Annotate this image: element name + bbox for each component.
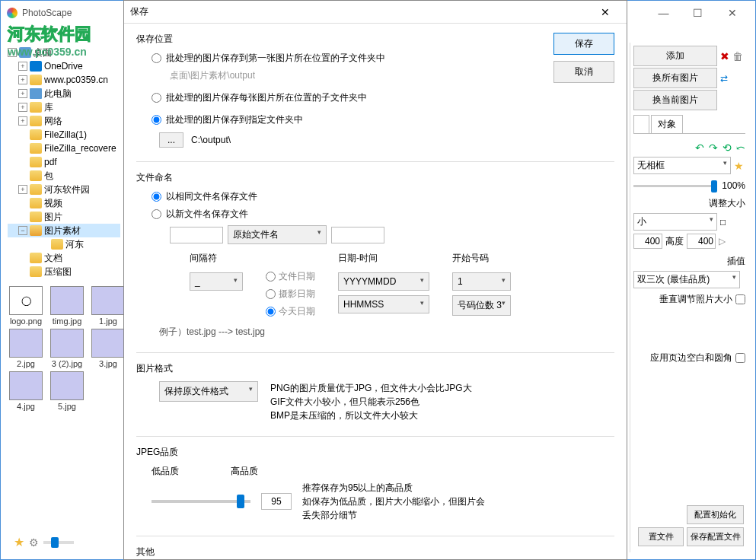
height-input[interactable] <box>687 234 716 249</box>
thumbnail[interactable]: 1.jpg <box>90 286 126 326</box>
jpeg-quality-slider[interactable] <box>152 500 250 503</box>
dialog-close-button[interactable]: ✕ <box>590 2 620 23</box>
refresh-icon[interactable]: ⟲ <box>723 142 732 154</box>
tree-item[interactable]: 此电脑 <box>44 88 72 100</box>
digits-select[interactable]: 号码位数 3▾ <box>452 295 511 316</box>
thumbnails: ◯logo.png timg.jpg 1.jpg 2.jpg 3 (2).jpg… <box>8 286 120 411</box>
naming-radio-new[interactable] <box>152 209 161 219</box>
margin-round-checkbox[interactable] <box>735 353 745 363</box>
tree-item[interactable]: 库 <box>44 101 53 114</box>
prefix-input[interactable] <box>170 227 223 243</box>
jpeg-group: JPEG品质 低品质 高品质 推荐保存为95以上的高品质 如保存为低品质，图片大… <box>136 446 614 522</box>
thumbnail[interactable]: 3 (2).jpg <box>49 329 85 368</box>
tree-item[interactable]: 包 <box>44 170 53 183</box>
gear-icon[interactable]: ⚙ <box>29 536 39 549</box>
naming-radio-same[interactable] <box>152 192 161 202</box>
thumbnail[interactable]: timg.jpg <box>49 286 85 326</box>
reset-icon[interactable]: ⤺ <box>736 142 745 154</box>
other-heading: 其他 <box>136 546 614 558</box>
trash-icon[interactable]: 🗑 <box>732 50 743 62</box>
tree-item[interactable]: 河东软件园 <box>44 183 90 196</box>
tree-root[interactable]: 桌面 <box>33 46 52 59</box>
original-name-select[interactable]: 原始文件名▾ <box>228 225 327 244</box>
close-button[interactable]: ✕ <box>715 2 749 24</box>
right-panel: 添加 ✖ 🗑 换所有图片 ⇄ 换当前图片 对象 ↶ ↷ ⟲ ⤺ 无相框▾ ★ 1… <box>630 43 748 552</box>
margin-round-label: 应用页边空白和圆角 <box>650 352 732 364</box>
config-load-button[interactable]: 置文件 <box>638 527 684 546</box>
tree-item[interactable]: 文档 <box>44 252 62 265</box>
opacity-slider[interactable] <box>633 185 717 187</box>
jpeg-heading: JPEG品质 <box>136 446 614 459</box>
format-select[interactable]: 保持原文件格式▾ <box>159 381 258 402</box>
tree-item[interactable]: 网络 <box>44 115 62 128</box>
date-format-select[interactable]: YYYYMMDD▾ <box>338 272 429 291</box>
tree-item[interactable]: 河东 <box>65 238 84 251</box>
output-path: C:\output\ <box>191 135 231 145</box>
separator-label: 间隔符 <box>190 252 243 265</box>
tree-item[interactable]: 压缩图 <box>44 266 72 278</box>
maximize-button[interactable]: ☐ <box>681 2 715 24</box>
config-init-button[interactable]: 配置初始化 <box>687 505 744 524</box>
swap-icon[interactable]: ⇄ <box>720 73 728 84</box>
star-icon[interactable]: ★ <box>734 160 744 172</box>
width-input[interactable] <box>633 234 662 249</box>
format-description: PNG的图片质量优于JPG，但文件大小会比JPG大 GIF文件大小较小，但只能表… <box>270 381 472 422</box>
tree-item[interactable]: 图片 <box>44 211 62 224</box>
minimize-button[interactable]: — <box>646 2 681 24</box>
undo-icon[interactable]: ↶ <box>695 142 704 154</box>
location-radio-1[interactable] <box>152 53 161 63</box>
location-radio-3[interactable] <box>152 115 161 125</box>
thumbnail[interactable]: 5.jpg <box>49 371 85 411</box>
folder-tree[interactable]: −桌面 +OneDrive +www.pc0359.cn +此电脑 +库 +网络… <box>8 46 120 278</box>
format-group: 图片格式 保持原文件格式▾ PNG的图片质量优于JPG，但文件大小会比JPG大 … <box>136 362 614 422</box>
thumbnail[interactable]: 2.jpg <box>8 329 44 368</box>
aspect-icon[interactable]: □ <box>720 217 726 228</box>
start-number-select[interactable]: 1▾ <box>452 272 511 291</box>
naming-heading: 文件命名 <box>136 171 614 184</box>
resize-heading: 调整大小 <box>633 197 745 210</box>
naming-example: 例子）test.jpg ---> test.jpg <box>159 326 614 339</box>
config-save-button[interactable]: 保存配置文件 <box>687 527 744 546</box>
height-label: 高度 <box>665 235 684 248</box>
interp-select[interactable]: 双三次 (最佳品质)▾ <box>633 271 740 288</box>
time-format-select[interactable]: HHMMSS▾ <box>338 295 429 313</box>
tree-item[interactable]: 视频 <box>44 197 62 210</box>
tab-object[interactable]: 对象 <box>651 115 683 133</box>
left-panel: −桌面 +OneDrive +www.pc0359.cn +此电脑 +库 +网络… <box>8 46 120 552</box>
naming-opt1-label: 以相同文件名保存文件 <box>166 190 257 203</box>
tree-item[interactable]: pdf <box>44 157 57 167</box>
tree-item[interactable]: www.pc0359.cn <box>44 75 108 85</box>
cancel-button[interactable]: 取消 <box>553 61 614 83</box>
shot-date-radio[interactable] <box>266 289 276 299</box>
swap-all-button[interactable]: 换所有图片 <box>633 68 717 88</box>
play-icon[interactable]: ▷ <box>719 236 726 247</box>
vert-adjust-checkbox[interactable] <box>735 294 745 304</box>
tree-item[interactable]: FileZilla(1) <box>44 129 87 140</box>
swap-current-button[interactable]: 换当前图片 <box>633 90 717 110</box>
save-button[interactable]: 保存 <box>553 33 614 55</box>
right-tabs: 对象 <box>633 115 745 134</box>
jpeg-quality-input[interactable] <box>261 493 292 510</box>
tree-item[interactable]: FileZilla_recovere <box>44 143 116 154</box>
suffix-input[interactable] <box>331 227 384 243</box>
file-date-radio[interactable] <box>266 272 276 282</box>
separator-select[interactable]: _▾ <box>190 272 243 291</box>
redo-icon[interactable]: ↷ <box>709 142 718 154</box>
thumbnail[interactable]: ◯logo.png <box>8 286 44 326</box>
thumbnail[interactable]: 3.jpg <box>90 329 126 368</box>
location-opt1-path: 桌面\图片素材\output <box>170 69 614 82</box>
star-icon[interactable]: ★ <box>14 535 24 549</box>
size-select[interactable]: 小▾ <box>633 213 717 231</box>
location-radio-2[interactable] <box>152 93 161 103</box>
delete-icon[interactable]: ✖ <box>720 50 729 62</box>
browse-button[interactable]: ... <box>159 132 183 148</box>
tab-1[interactable] <box>633 115 649 133</box>
add-button[interactable]: 添加 <box>633 46 717 66</box>
thumbnail[interactable]: 4.jpg <box>8 371 44 411</box>
tree-item-selected[interactable]: 图片素材 <box>44 224 81 237</box>
today-radio[interactable] <box>266 307 276 317</box>
frame-select[interactable]: 无相框▾ <box>633 157 731 174</box>
location-opt1-label: 批处理的图片保存到第一张图片所在位置的子文件夹中 <box>166 52 385 65</box>
zoom-slider[interactable] <box>43 541 74 544</box>
tree-item[interactable]: OneDrive <box>44 61 83 72</box>
